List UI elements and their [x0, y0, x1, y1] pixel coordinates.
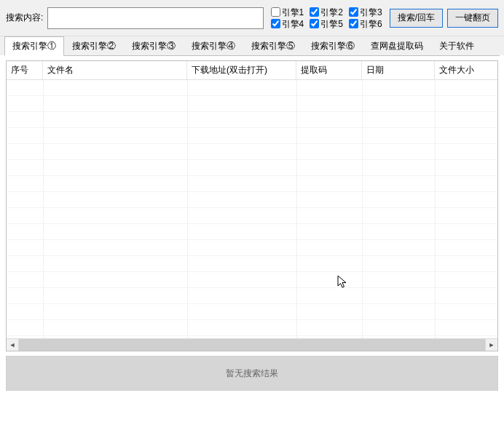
col-filename[interactable]: 文件名 [43, 61, 187, 79]
engine-checkbox-6[interactable]: 引擎6 [349, 18, 382, 30]
col-size[interactable]: 文件大小 [435, 61, 497, 79]
engine-checkbox-5-input[interactable] [310, 19, 319, 28]
results-table: 序号 文件名 下载地址(双击打开) 提取码 日期 文件大小 ◄ ► [6, 60, 498, 351]
tab-engine-1[interactable]: 搜索引擎① [4, 36, 64, 56]
page-all-button[interactable]: 一键翻页 [447, 9, 498, 28]
table-row-gridlines [7, 80, 497, 338]
app-window: 搜索内容: 引擎1 引擎2 引擎3 引擎4 引擎5 [0, 0, 504, 438]
engine-checkbox-3-label: 引擎3 [360, 7, 382, 18]
col-date[interactable]: 日期 [362, 61, 435, 79]
status-bar: 暂无搜索结果 [6, 356, 498, 391]
engine-checkbox-5-label: 引擎5 [320, 18, 343, 30]
search-input[interactable] [47, 7, 263, 29]
engine-checkbox-4-label: 引擎4 [282, 18, 304, 30]
col-index[interactable]: 序号 [7, 61, 43, 79]
engine-checkbox-2[interactable]: 引擎2 [310, 7, 343, 18]
engine-checkbox-6-label: 引擎6 [360, 18, 382, 30]
scroll-left-arrow-icon[interactable]: ◄ [7, 339, 19, 351]
horizontal-scrollbar[interactable]: ◄ ► [7, 338, 497, 351]
search-label: 搜索内容: [6, 12, 43, 24]
engine-checkbox-3[interactable]: 引擎3 [349, 7, 382, 18]
engine-checkbox-3-input[interactable] [349, 7, 358, 17]
table-header-row: 序号 文件名 下载地址(双击打开) 提取码 日期 文件大小 [7, 61, 497, 80]
engine-checkbox-1-input[interactable] [271, 7, 280, 17]
tab-engine-5[interactable]: 搜索引擎⑤ [243, 36, 303, 55]
engine-checkbox-4-input[interactable] [271, 19, 280, 28]
tab-engine-6[interactable]: 搜索引擎⑥ [303, 36, 363, 55]
table-body[interactable] [7, 80, 497, 338]
engine-checkbox-5[interactable]: 引擎5 [310, 18, 343, 30]
tab-engine-4[interactable]: 搜索引擎④ [184, 36, 243, 55]
tab-separator [4, 55, 500, 56]
engine-checkbox-4[interactable]: 引擎4 [271, 18, 304, 30]
engine-checkbox-6-input[interactable] [349, 19, 358, 28]
tabstrip: 搜索引擎① 搜索引擎② 搜索引擎③ 搜索引擎④ 搜索引擎⑤ 搜索引擎⑥ 查网盘提… [0, 36, 504, 55]
scroll-track[interactable] [19, 339, 485, 351]
engine-checkbox-2-label: 引擎2 [320, 7, 343, 18]
engine-checkbox-1[interactable]: 引擎1 [271, 7, 304, 18]
engine-checkbox-1-label: 引擎1 [282, 7, 304, 18]
top-toolbar: 搜索内容: 引擎1 引擎2 引擎3 引擎4 引擎5 [0, 0, 504, 36]
tab-lookup-code[interactable]: 查网盘提取码 [363, 36, 431, 55]
search-button[interactable]: 搜索/回车 [390, 9, 443, 28]
tab-engine-3[interactable]: 搜索引擎③ [124, 36, 184, 55]
scroll-right-arrow-icon[interactable]: ► [485, 339, 497, 351]
col-download[interactable]: 下载地址(双击打开) [187, 61, 296, 79]
status-text: 暂无搜索结果 [226, 367, 278, 380]
tab-about[interactable]: 关于软件 [431, 36, 482, 55]
col-code[interactable]: 提取码 [296, 61, 362, 79]
tab-engine-2[interactable]: 搜索引擎② [64, 36, 124, 55]
engine-checkbox-2-input[interactable] [310, 7, 319, 17]
engine-checkbox-group: 引擎1 引擎2 引擎3 引擎4 引擎5 引擎6 [268, 7, 385, 30]
